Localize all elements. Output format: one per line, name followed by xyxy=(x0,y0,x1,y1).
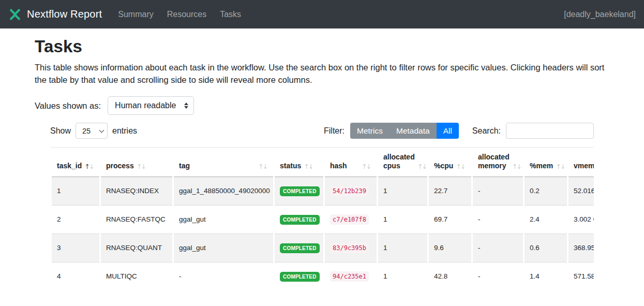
table-row: 1 RNASEQ:INDEX ggal_1_48850000_49020000 … xyxy=(52,177,594,205)
page-content: Tasks This table shows information about… xyxy=(0,28,644,290)
status-badge: COMPLETED xyxy=(280,243,320,253)
tasks-datatable: Show 25 entries Filter: Metrics Metadata… xyxy=(50,123,594,290)
brand-title: Nextflow Report xyxy=(27,8,102,20)
table-row: 4 MULTIQC - COMPLETED 94/c235e1 1 42.8 -… xyxy=(52,262,594,290)
pct-mem-cell: 2.4 xyxy=(525,205,567,234)
nav-link-summary[interactable]: Summary xyxy=(111,10,160,19)
navbar-links: Summary Resources Tasks xyxy=(111,10,248,19)
sort-icon: ↑↓ xyxy=(556,163,565,170)
process-cell: MULTIQC xyxy=(101,262,172,290)
allocated-cpus-cell: 1 xyxy=(378,234,427,262)
nav-link-resources[interactable]: Resources xyxy=(160,10,213,19)
hash-cell: 94/c235e1 xyxy=(325,262,377,290)
hash-cell: 54/12b239 xyxy=(325,177,377,205)
navbar-brand[interactable]: Nextflow Report xyxy=(8,8,102,21)
table-row: 3 RNASEQ:QUANT ggal_gut COMPLETED 83/9c3… xyxy=(52,234,594,262)
status-cell: COMPLETED xyxy=(275,234,323,262)
hash-code: c7/e107f8 xyxy=(330,214,369,225)
hash-code: 94/c235e1 xyxy=(330,271,369,282)
filter-all-button[interactable]: All xyxy=(437,123,459,139)
process-cell: RNASEQ:INDEX xyxy=(101,177,172,205)
run-name-label: [deadly_baekeland] xyxy=(564,10,636,19)
page-description: This table shows information about each … xyxy=(35,61,609,86)
status-cell: COMPLETED xyxy=(275,177,323,205)
sort-icon: ↑↓ xyxy=(304,163,313,170)
hash-code: 54/12b239 xyxy=(330,186,369,196)
status-badge: COMPLETED xyxy=(280,272,320,282)
values-shown-select[interactable]: Human readable xyxy=(108,96,194,115)
tag-cell: - xyxy=(174,262,273,290)
tasks-table: task_id↑↓ process↑↓ tag↑↓ status↑↓ hash↑… xyxy=(50,148,594,290)
column-header-process[interactable]: process↑↓ xyxy=(101,148,172,177)
values-shown-label: Values shown as: xyxy=(35,101,101,111)
column-header-vmem[interactable]: vmem↑↓ xyxy=(568,148,594,177)
values-shown-value[interactable]: Human readable xyxy=(108,96,194,115)
search-label: Search: xyxy=(472,126,501,136)
vmem-cell: 571.58 MB xyxy=(568,262,594,290)
process-cell: RNASEQ:QUANT xyxy=(101,234,172,262)
pct-mem-cell: 0.2 xyxy=(525,177,567,205)
allocated-memory-cell: - xyxy=(473,177,523,205)
sort-icon: ↑↓ xyxy=(362,163,371,170)
entries-select-value[interactable]: 25 xyxy=(76,123,108,139)
sort-icon: ↑↓ xyxy=(258,163,268,170)
hash-cell: 83/9c395b xyxy=(325,234,377,262)
filter-metadata-button[interactable]: Metadata xyxy=(390,123,437,139)
vmem-cell: 3.002 GB xyxy=(568,205,594,234)
hash-code: 83/9c395b xyxy=(330,243,369,253)
filter-label: Filter: xyxy=(324,126,345,136)
nextflow-logo-icon xyxy=(8,8,22,21)
sort-icon: ↑↓ xyxy=(84,163,94,170)
tag-cell: ggal_gut xyxy=(174,234,273,262)
status-cell: COMPLETED xyxy=(275,262,323,290)
allocated-cpus-cell: 1 xyxy=(378,205,427,234)
allocated-memory-cell: - xyxy=(473,262,523,290)
pct-cpu-cell: 22.7 xyxy=(429,177,471,205)
status-badge: COMPLETED xyxy=(280,215,320,225)
column-header-pct-mem[interactable]: %mem↑↓ xyxy=(525,148,567,177)
filter-search-controls: Filter: Metrics Metadata All Search: xyxy=(324,123,594,139)
table-row: 2 RNASEQ:FASTQC ggal_gut COMPLETED c7/e1… xyxy=(52,205,594,234)
task-id-cell: 3 xyxy=(52,234,99,262)
filter-button-group: Metrics Metadata All xyxy=(350,123,459,139)
column-header-task-id[interactable]: task_id↑↓ xyxy=(52,148,99,177)
vmem-cell: 368.95 MB xyxy=(568,234,594,262)
column-header-allocated-memory[interactable]: allocated memory↑↓ xyxy=(473,148,523,177)
hash-cell: c7/e107f8 xyxy=(325,205,377,234)
column-header-status[interactable]: status↑↓ xyxy=(275,148,323,177)
task-id-cell: 2 xyxy=(52,205,99,234)
column-header-hash[interactable]: hash↑↓ xyxy=(325,148,377,177)
sort-icon: ↑↓ xyxy=(417,163,427,170)
values-shown-row: Values shown as: Human readable xyxy=(35,96,609,115)
pct-cpu-cell: 42.8 xyxy=(429,262,471,290)
allocated-cpus-cell: 1 xyxy=(378,177,427,205)
table-scroll-container[interactable]: task_id↑↓ process↑↓ tag↑↓ status↑↓ hash↑… xyxy=(50,147,594,290)
nav-link-tasks[interactable]: Tasks xyxy=(213,10,248,19)
search-input[interactable] xyxy=(506,123,594,139)
status-badge: COMPLETED xyxy=(280,186,320,196)
pct-cpu-cell: 9.6 xyxy=(429,234,471,262)
column-header-allocated-cpus[interactable]: allocated cpus↑↓ xyxy=(378,148,427,177)
pct-mem-cell: 0.6 xyxy=(525,234,567,262)
show-label: Show xyxy=(50,126,71,136)
task-id-cell: 1 xyxy=(52,177,99,205)
tag-cell: ggal_gut xyxy=(174,205,273,234)
sort-icon: ↑↓ xyxy=(512,163,522,170)
sort-icon: ↑↓ xyxy=(137,163,146,170)
column-header-tag[interactable]: tag↑↓ xyxy=(174,148,273,177)
filter-metrics-button[interactable]: Metrics xyxy=(350,123,390,139)
allocated-cpus-cell: 1 xyxy=(378,262,427,290)
page-title: Tasks xyxy=(35,37,609,56)
pct-cpu-cell: 69.7 xyxy=(429,205,471,234)
datatable-controls: Show 25 entries Filter: Metrics Metadata… xyxy=(50,123,594,139)
sort-icon: ↑↓ xyxy=(456,163,466,170)
entries-select[interactable]: 25 xyxy=(76,123,108,139)
column-header-pct-cpu[interactable]: %cpu↑↓ xyxy=(429,148,471,177)
allocated-memory-cell: - xyxy=(473,234,523,262)
vmem-cell: 52.016 MB xyxy=(568,177,594,205)
table-header-row: task_id↑↓ process↑↓ tag↑↓ status↑↓ hash↑… xyxy=(52,148,594,177)
status-cell: COMPLETED xyxy=(275,205,323,234)
pct-mem-cell: 1.4 xyxy=(525,262,567,290)
tag-cell: ggal_1_48850000_49020000 xyxy=(174,177,273,205)
page-length-control: Show 25 entries xyxy=(50,123,137,139)
